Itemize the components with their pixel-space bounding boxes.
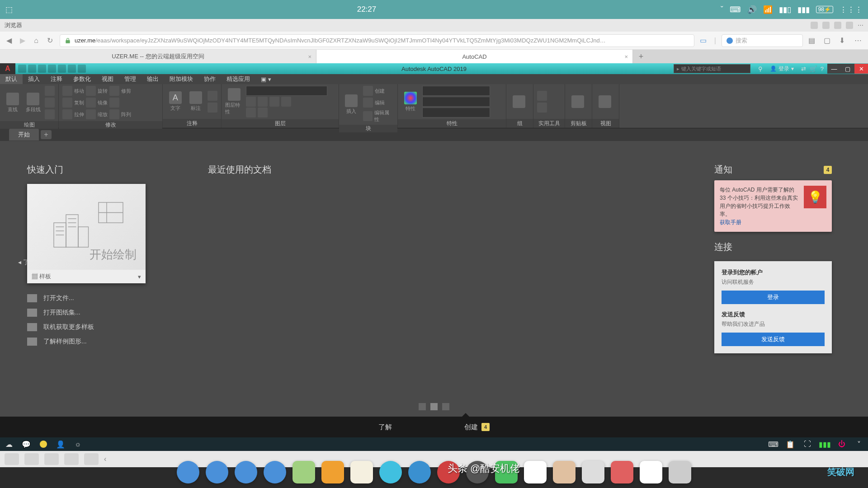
device-icon[interactable]: ▭: [700, 36, 709, 45]
book-icon[interactable]: ▢: [824, 36, 833, 45]
block-insert-button[interactable]: 插入: [343, 91, 360, 118]
detail-view-icon[interactable]: [442, 403, 449, 410]
sample-drawings-link[interactable]: 了解样例图形...: [27, 338, 181, 346]
clipboard-icon[interactable]: 📋: [786, 440, 795, 449]
select-icon[interactable]: [537, 103, 547, 113]
linetype-dropdown[interactable]: [422, 108, 490, 117]
browser-close-icon[interactable]: [846, 22, 853, 29]
ribbon-tab-view[interactable]: 视图: [96, 74, 119, 84]
browser-tab-autocad[interactable]: AutoCAD ×: [316, 50, 633, 63]
new-file-icon[interactable]: [18, 65, 26, 73]
minimize-button[interactable]: —: [827, 64, 841, 74]
dock-qq[interactable]: [524, 461, 547, 483]
ribbon-tab-output[interactable]: 输出: [142, 74, 164, 84]
maximize-button[interactable]: ▢: [841, 64, 854, 74]
layer-state-dropdown[interactable]: [246, 86, 327, 96]
ribbon-tab-parametric[interactable]: 参数化: [68, 74, 96, 84]
url-input[interactable]: uzer.me/eaas/workspace/eyJzZXNzaW9uSWQiO…: [60, 34, 694, 47]
undo-icon[interactable]: [68, 65, 76, 73]
text-button[interactable]: A文字: [166, 88, 184, 115]
keyboard-icon[interactable]: ⌨: [769, 440, 778, 449]
group-button[interactable]: [510, 88, 528, 115]
ribbon-tab-featured[interactable]: 精选应用: [221, 74, 255, 84]
open-file-link[interactable]: 打开文件...: [27, 294, 181, 302]
dock-app-8[interactable]: [408, 461, 431, 483]
dock-app-6[interactable]: [350, 461, 373, 483]
dock-app-7[interactable]: [379, 461, 402, 483]
send-feedback-button[interactable]: 发送反馈: [722, 333, 825, 346]
saveas-icon[interactable]: [48, 65, 56, 73]
nav-recent-icon[interactable]: [5, 453, 19, 465]
table-button[interactable]: [208, 103, 217, 113]
trim-button[interactable]: [109, 86, 119, 96]
collapse-icon[interactable]: ˅: [854, 440, 863, 449]
signin-button[interactable]: 👤 登录 ▾: [766, 65, 797, 73]
open-sheetset-link[interactable]: 打开图纸集...: [27, 309, 181, 317]
ribbon-tab-insert[interactable]: 插入: [23, 74, 45, 84]
circle-button[interactable]: [45, 86, 55, 96]
layer-prev-icon[interactable]: [258, 108, 268, 117]
leader-button[interactable]: [208, 91, 217, 101]
dock-app-15[interactable]: [611, 461, 633, 483]
rotate-button[interactable]: [86, 86, 96, 96]
line-button[interactable]: 直线: [4, 89, 22, 116]
dock-calculator[interactable]: [582, 461, 604, 483]
array-button[interactable]: [109, 109, 119, 119]
help-search-input[interactable]: ▸键入关键字或短语: [674, 64, 750, 73]
dock-app-launcher[interactable]: [177, 461, 199, 483]
layer-match-icon[interactable]: [246, 108, 256, 117]
get-handbook-link[interactable]: 获取手册: [720, 219, 741, 225]
browser-fullscreen-icon[interactable]: [834, 22, 841, 29]
close-icon[interactable]: ×: [308, 53, 311, 60]
dock-app-2[interactable]: [235, 461, 257, 483]
polyline-button[interactable]: 多段线: [24, 89, 42, 116]
chevron-down-icon[interactable]: ˇ: [721, 5, 723, 14]
ribbon-tab-collab[interactable]: 协作: [198, 74, 221, 84]
reader-icon[interactable]: ▤: [808, 36, 817, 45]
baseview-button[interactable]: [596, 88, 614, 115]
dock-app-13[interactable]: [553, 461, 576, 483]
home-button[interactable]: ⌂: [32, 36, 41, 45]
copy-button[interactable]: [62, 98, 72, 108]
lineweight-dropdown[interactable]: [422, 97, 490, 107]
nav-home-icon[interactable]: [24, 453, 39, 465]
nav-create[interactable]: 创建 4: [464, 423, 490, 432]
rect-button[interactable]: [45, 109, 55, 119]
chevron-left-icon[interactable]: ‹: [104, 455, 106, 463]
online-templates-link[interactable]: 联机获取更多样板: [27, 323, 181, 331]
block-create-icon[interactable]: [363, 86, 373, 96]
layer-freeze-icon[interactable]: [258, 97, 268, 107]
fullscreen-icon[interactable]: ⛶: [803, 440, 812, 449]
start-drawing-card[interactable]: 开始绘制 ▦ 样板 ▾: [27, 184, 146, 283]
dock-app-5[interactable]: [321, 461, 344, 483]
grid-view-icon[interactable]: [430, 403, 438, 410]
infocenter-icon[interactable]: ⚲: [758, 66, 763, 72]
download-icon[interactable]: ⬇: [839, 36, 848, 45]
open-file-icon[interactable]: [28, 65, 36, 73]
nav-back-icon[interactable]: [44, 453, 59, 465]
ribbon-tab-default[interactable]: 默认: [0, 74, 23, 84]
cloud-icon[interactable]: ☁: [5, 440, 14, 449]
plot-icon[interactable]: [58, 65, 66, 73]
exchange-icon[interactable]: ⇄: [801, 66, 806, 72]
arc-button[interactable]: [45, 98, 55, 108]
list-view-icon[interactable]: [419, 403, 426, 410]
measure-icon[interactable]: [537, 91, 547, 101]
layer-iso-icon[interactable]: [246, 97, 256, 107]
nav-split-icon[interactable]: [64, 453, 79, 465]
layer-props-button[interactable]: 图层特性: [225, 88, 243, 115]
browser-min-icon[interactable]: [811, 22, 818, 29]
dock-weibo[interactable]: [640, 461, 662, 483]
save-icon[interactable]: [38, 65, 46, 73]
close-button[interactable]: ✕: [854, 64, 868, 74]
scale-button[interactable]: [86, 109, 96, 119]
block-attr-icon[interactable]: [363, 111, 373, 121]
nav-pip-icon[interactable]: [84, 453, 99, 465]
ribbon-tab-manage[interactable]: 管理: [119, 74, 142, 84]
browser-more-icon[interactable]: ⋯: [858, 22, 863, 29]
help-icon[interactable]: ?: [821, 66, 824, 72]
fillet-button[interactable]: [109, 98, 119, 108]
layer-lock-icon[interactable]: [269, 97, 279, 107]
brightness-icon[interactable]: ☼: [73, 440, 82, 449]
move-button[interactable]: [62, 86, 72, 96]
